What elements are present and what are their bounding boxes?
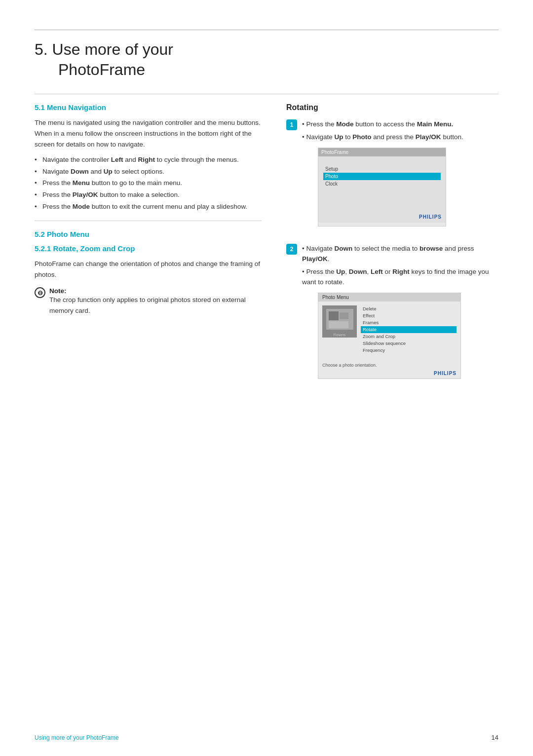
screen2-body: Flowers Delete Effect Frames Rotate Zoom… (318, 302, 460, 362)
section-5-2-1-body: PhotoFrame can change the orientation of… (35, 259, 262, 280)
screen1-item-setup: Setup (323, 165, 441, 173)
rotating-heading: Rotating (286, 103, 498, 112)
step-2-content: • Navigate Down to select the media to b… (302, 243, 498, 388)
step-2: 2 • Navigate Down to select the media to… (286, 243, 498, 388)
bullet-2: Navigate Down and Up to select options. (35, 166, 262, 177)
pm-item-frequency: Frequency (361, 347, 457, 354)
page-top-rule (35, 30, 498, 30)
note-content: Note: The crop function only applies to … (49, 287, 262, 316)
mid-divider (35, 221, 262, 221)
pm-item-rotate: Rotate (361, 326, 457, 333)
screen1-header: PhotoFrame (318, 148, 446, 156)
chapter-header: 5. Use more of your PhotoFrame (35, 40, 498, 79)
screen2-header: Photo Menu (318, 293, 460, 302)
screen2-thumbnail: Flowers (322, 305, 357, 338)
step-1-badge: 1 (286, 119, 297, 130)
chapter-title-text: Use more of your (52, 40, 173, 58)
note-box: ⊖ Note: The crop function only applies t… (35, 287, 262, 316)
step-2-badge: 2 (286, 244, 297, 255)
bullet-5: Press the Mode button to exit the curren… (35, 201, 262, 212)
svg-rect-3 (340, 312, 348, 319)
pm-item-delete: Delete (361, 305, 457, 312)
step-1-line2: • Navigate Up to Photo and press the Pla… (302, 132, 498, 143)
screen2-menu-list: Delete Effect Frames Rotate Zoom and Cro… (361, 305, 457, 358)
screen1-screenshot: PhotoFrame Setup Photo Clock PHILIPS (318, 148, 446, 227)
screen1-logo: PHILIPS (419, 214, 442, 220)
step-1-content: • Press the Mode button to access the Ma… (302, 119, 498, 235)
left-column: 5.1 Menu Navigation The menu is navigate… (35, 103, 262, 396)
screen2-thumb-label: Flowers (334, 333, 346, 337)
step-1-line1: • Press the Mode button to access the Ma… (302, 119, 498, 130)
pm-item-frames: Frames (361, 319, 457, 326)
bullet-3: Press the Menu button to go to the main … (35, 178, 262, 189)
note-label: Note: (49, 287, 67, 295)
top-divider (35, 94, 498, 94)
pm-item-zoom: Zoom and Crop (361, 333, 457, 340)
page-footer: Using more of your PhotoFrame 14 (0, 734, 533, 741)
chapter-number: 5. (35, 40, 48, 58)
section-5-1-intro: The menu is navigated using the navigati… (35, 117, 262, 150)
chapter-subtitle: PhotoFrame (58, 61, 498, 79)
bullet-4: Press the Play/OK button to make a selec… (35, 189, 262, 200)
main-content: 5.1 Menu Navigation The menu is navigate… (35, 103, 498, 396)
page-number: 14 (492, 734, 498, 741)
screen1-body: Setup Photo Clock PHILIPS (318, 156, 446, 223)
note-text: The crop function only applies to origin… (49, 296, 246, 314)
pm-item-effect: Effect (361, 312, 457, 319)
screen2-footer-text: Choose a photo orientation. (322, 363, 377, 368)
section-5-1-heading: 5.1 Menu Navigation (35, 103, 262, 112)
pm-item-slideshow: Slideshow sequence (361, 340, 457, 347)
step-2-line1: • Navigate Down to select the media to b… (302, 243, 498, 265)
right-column: Rotating 1 • Press the Mode button to ac… (286, 103, 498, 396)
note-icon: ⊖ (35, 287, 45, 298)
screen1-menu: Setup Photo Clock (323, 165, 441, 188)
bullet-1: Navigate the controller Left and Right t… (35, 154, 262, 165)
screen1-item-photo: Photo (323, 173, 441, 180)
section-5-2-1-heading: 5.2.1 Rotate, Zoom and Crop (35, 244, 262, 253)
step-1: 1 • Press the Mode button to access the … (286, 119, 498, 235)
screen1-item-clock: Clock (323, 180, 441, 188)
svg-rect-4 (329, 321, 348, 328)
screen2-logo: PHILIPS (434, 371, 457, 376)
section-5-1-bullets: Navigate the controller Left and Right t… (35, 154, 262, 212)
step-2-line2: • Press the Up, Down, Left or Right keys… (302, 266, 498, 288)
screen2-screenshot: Photo Menu Flowers (318, 293, 461, 379)
footer-left-text: Using more of your PhotoFrame (35, 734, 119, 741)
svg-rect-2 (329, 311, 339, 320)
section-5-2-heading: 5.2 Photo Menu (35, 230, 262, 238)
